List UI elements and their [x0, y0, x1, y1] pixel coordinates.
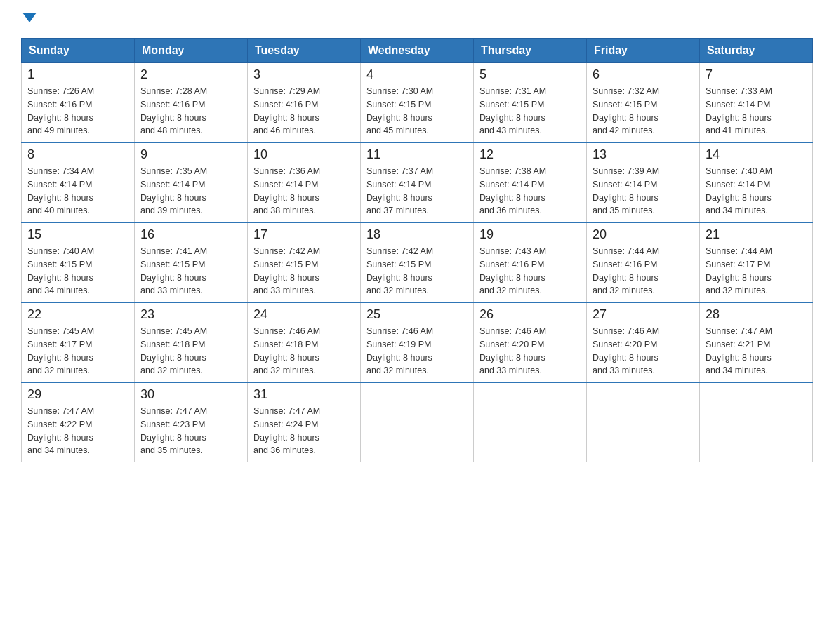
day-number: 5	[479, 67, 581, 82]
day-cell	[361, 382, 474, 462]
day-number: 13	[593, 147, 694, 162]
day-cell	[474, 382, 587, 462]
day-cell: 20Sunrise: 7:44 AMSunset: 4:16 PMDayligh…	[587, 222, 700, 302]
day-number: 6	[593, 67, 694, 82]
day-number: 2	[140, 67, 241, 82]
day-info: Sunrise: 7:30 AMSunset: 4:15 PMDaylight:…	[366, 85, 468, 137]
day-number: 29	[27, 387, 128, 402]
day-cell: 28Sunrise: 7:47 AMSunset: 4:21 PMDayligh…	[700, 302, 813, 382]
day-number: 19	[479, 227, 581, 242]
header-row: SundayMondayTuesdayWednesdayThursdayFrid…	[22, 39, 813, 63]
logo	[21, 14, 37, 24]
day-cell: 6Sunrise: 7:32 AMSunset: 4:15 PMDaylight…	[587, 63, 700, 143]
column-header-thursday: Thursday	[474, 39, 587, 63]
day-number: 28	[706, 307, 807, 322]
day-cell: 16Sunrise: 7:41 AMSunset: 4:15 PMDayligh…	[135, 222, 248, 302]
day-cell: 1Sunrise: 7:26 AMSunset: 4:16 PMDaylight…	[22, 63, 135, 143]
day-number: 12	[479, 147, 581, 162]
column-header-sunday: Sunday	[22, 39, 135, 63]
day-info: Sunrise: 7:47 AMSunset: 4:23 PMDaylight:…	[140, 405, 241, 457]
day-cell: 15Sunrise: 7:40 AMSunset: 4:15 PMDayligh…	[22, 222, 135, 302]
day-cell: 14Sunrise: 7:40 AMSunset: 4:14 PMDayligh…	[700, 142, 813, 222]
day-info: Sunrise: 7:44 AMSunset: 4:17 PMDaylight:…	[706, 245, 807, 297]
day-cell: 24Sunrise: 7:46 AMSunset: 4:18 PMDayligh…	[248, 302, 361, 382]
day-cell: 29Sunrise: 7:47 AMSunset: 4:22 PMDayligh…	[22, 382, 135, 462]
day-info: Sunrise: 7:42 AMSunset: 4:15 PMDaylight:…	[253, 245, 355, 297]
day-cell: 11Sunrise: 7:37 AMSunset: 4:14 PMDayligh…	[361, 142, 474, 222]
day-cell: 5Sunrise: 7:31 AMSunset: 4:15 PMDaylight…	[474, 63, 587, 143]
day-cell: 23Sunrise: 7:45 AMSunset: 4:18 PMDayligh…	[135, 302, 248, 382]
day-number: 10	[253, 147, 355, 162]
day-info: Sunrise: 7:45 AMSunset: 4:18 PMDaylight:…	[140, 325, 241, 377]
day-info: Sunrise: 7:29 AMSunset: 4:16 PMDaylight:…	[253, 85, 355, 137]
day-cell: 30Sunrise: 7:47 AMSunset: 4:23 PMDayligh…	[135, 382, 248, 462]
day-number: 3	[253, 67, 355, 82]
day-info: Sunrise: 7:43 AMSunset: 4:16 PMDaylight:…	[479, 245, 581, 297]
day-cell	[587, 382, 700, 462]
calendar-table: SundayMondayTuesdayWednesdayThursdayFrid…	[21, 38, 813, 462]
day-cell: 12Sunrise: 7:38 AMSunset: 4:14 PMDayligh…	[474, 142, 587, 222]
day-cell: 21Sunrise: 7:44 AMSunset: 4:17 PMDayligh…	[700, 222, 813, 302]
day-info: Sunrise: 7:42 AMSunset: 4:15 PMDaylight:…	[366, 245, 468, 297]
logo-triangle-icon	[22, 13, 37, 22]
day-cell: 31Sunrise: 7:47 AMSunset: 4:24 PMDayligh…	[248, 382, 361, 462]
day-info: Sunrise: 7:47 AMSunset: 4:24 PMDaylight:…	[253, 405, 355, 457]
day-info: Sunrise: 7:45 AMSunset: 4:17 PMDaylight:…	[27, 325, 128, 377]
day-info: Sunrise: 7:44 AMSunset: 4:16 PMDaylight:…	[593, 245, 694, 297]
day-cell	[700, 382, 813, 462]
day-number: 30	[140, 387, 241, 402]
day-number: 31	[253, 387, 355, 402]
day-info: Sunrise: 7:36 AMSunset: 4:14 PMDaylight:…	[253, 165, 355, 217]
day-info: Sunrise: 7:40 AMSunset: 4:15 PMDaylight:…	[27, 245, 128, 297]
day-number: 8	[27, 147, 128, 162]
day-info: Sunrise: 7:46 AMSunset: 4:20 PMDaylight:…	[479, 325, 581, 377]
day-info: Sunrise: 7:33 AMSunset: 4:14 PMDaylight:…	[706, 85, 807, 137]
day-cell: 27Sunrise: 7:46 AMSunset: 4:20 PMDayligh…	[587, 302, 700, 382]
day-info: Sunrise: 7:37 AMSunset: 4:14 PMDaylight:…	[366, 165, 468, 217]
day-cell: 7Sunrise: 7:33 AMSunset: 4:14 PMDaylight…	[700, 63, 813, 143]
day-info: Sunrise: 7:46 AMSunset: 4:19 PMDaylight:…	[366, 325, 468, 377]
day-info: Sunrise: 7:46 AMSunset: 4:18 PMDaylight:…	[253, 325, 355, 377]
day-info: Sunrise: 7:34 AMSunset: 4:14 PMDaylight:…	[27, 165, 128, 217]
day-info: Sunrise: 7:38 AMSunset: 4:14 PMDaylight:…	[479, 165, 581, 217]
day-cell: 9Sunrise: 7:35 AMSunset: 4:14 PMDaylight…	[135, 142, 248, 222]
day-info: Sunrise: 7:39 AMSunset: 4:14 PMDaylight:…	[593, 165, 694, 217]
day-number: 17	[253, 227, 355, 242]
day-number: 27	[593, 307, 694, 322]
day-cell: 3Sunrise: 7:29 AMSunset: 4:16 PMDaylight…	[248, 63, 361, 143]
day-info: Sunrise: 7:31 AMSunset: 4:15 PMDaylight:…	[479, 85, 581, 137]
day-cell: 4Sunrise: 7:30 AMSunset: 4:15 PMDaylight…	[361, 63, 474, 143]
day-info: Sunrise: 7:47 AMSunset: 4:21 PMDaylight:…	[706, 325, 807, 377]
day-info: Sunrise: 7:35 AMSunset: 4:14 PMDaylight:…	[140, 165, 241, 217]
day-cell: 2Sunrise: 7:28 AMSunset: 4:16 PMDaylight…	[135, 63, 248, 143]
column-header-wednesday: Wednesday	[361, 39, 474, 63]
day-number: 25	[366, 307, 468, 322]
week-row-3: 15Sunrise: 7:40 AMSunset: 4:15 PMDayligh…	[22, 222, 813, 302]
day-info: Sunrise: 7:32 AMSunset: 4:15 PMDaylight:…	[593, 85, 694, 137]
day-info: Sunrise: 7:28 AMSunset: 4:16 PMDaylight:…	[140, 85, 241, 137]
day-cell: 17Sunrise: 7:42 AMSunset: 4:15 PMDayligh…	[248, 222, 361, 302]
day-number: 22	[27, 307, 128, 322]
day-number: 21	[706, 227, 807, 242]
week-row-5: 29Sunrise: 7:47 AMSunset: 4:22 PMDayligh…	[22, 382, 813, 462]
column-header-tuesday: Tuesday	[248, 39, 361, 63]
day-number: 16	[140, 227, 241, 242]
day-info: Sunrise: 7:46 AMSunset: 4:20 PMDaylight:…	[593, 325, 694, 377]
day-number: 1	[27, 67, 128, 82]
day-cell: 22Sunrise: 7:45 AMSunset: 4:17 PMDayligh…	[22, 302, 135, 382]
day-number: 14	[706, 147, 807, 162]
day-number: 4	[366, 67, 468, 82]
day-cell: 25Sunrise: 7:46 AMSunset: 4:19 PMDayligh…	[361, 302, 474, 382]
header	[21, 14, 813, 24]
day-number: 9	[140, 147, 241, 162]
day-cell: 8Sunrise: 7:34 AMSunset: 4:14 PMDaylight…	[22, 142, 135, 222]
day-number: 7	[706, 67, 807, 82]
column-header-friday: Friday	[587, 39, 700, 63]
day-number: 18	[366, 227, 468, 242]
day-info: Sunrise: 7:47 AMSunset: 4:22 PMDaylight:…	[27, 405, 128, 457]
day-number: 20	[593, 227, 694, 242]
day-number: 26	[479, 307, 581, 322]
column-header-saturday: Saturday	[700, 39, 813, 63]
week-row-4: 22Sunrise: 7:45 AMSunset: 4:17 PMDayligh…	[22, 302, 813, 382]
day-cell: 19Sunrise: 7:43 AMSunset: 4:16 PMDayligh…	[474, 222, 587, 302]
